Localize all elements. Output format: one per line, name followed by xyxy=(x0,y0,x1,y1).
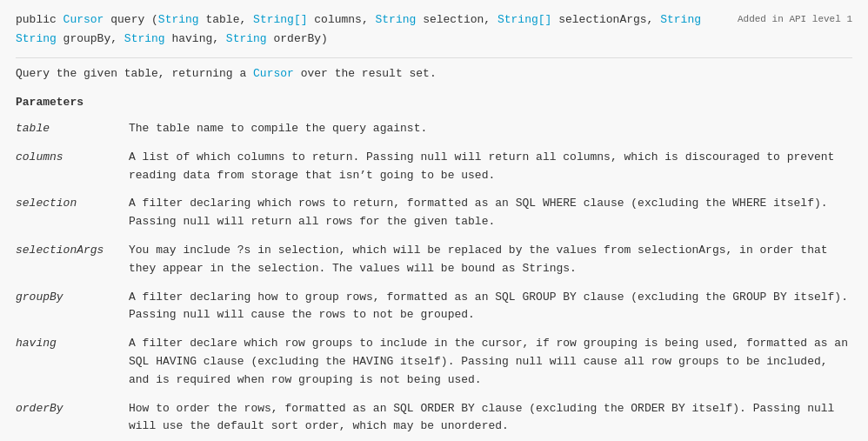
param1-name: table, xyxy=(199,13,253,26)
param3-type: String xyxy=(376,13,417,26)
param-name: selection xyxy=(16,192,129,234)
param-name: table xyxy=(16,117,129,141)
page-container: public Cursor query (String table, Strin… xyxy=(0,0,868,441)
table-row: orderByHow to order the rows, formatted … xyxy=(16,398,852,439)
parameters-section: Parameters tableThe table name to compil… xyxy=(16,96,852,438)
table-row: tableThe table name to compile the query… xyxy=(16,117,852,141)
method-signature: public Cursor query (String table, Strin… xyxy=(16,10,852,49)
param8-name: orderBy) xyxy=(267,32,328,45)
param-description: How to order the rows, formatted as an S… xyxy=(129,398,852,439)
method-description: Query the given table, returning a Curso… xyxy=(16,65,852,84)
param-description: You may include ?s in selection, which w… xyxy=(129,239,852,281)
param-description: A list of which columns to return. Passi… xyxy=(129,146,852,188)
keyword-public: public xyxy=(16,13,63,26)
cursor-link[interactable]: Cursor xyxy=(253,67,294,80)
section-title: Parameters xyxy=(16,96,852,109)
param-name: groupBy xyxy=(16,286,129,328)
table-row: havingA filter declare which row groups … xyxy=(16,332,852,391)
param6-type: String xyxy=(16,32,57,45)
param7-type: String xyxy=(124,32,165,45)
param2-name: columns, xyxy=(308,13,376,26)
table-row: groupByA filter declaring how to group r… xyxy=(16,286,852,328)
param1-type: String xyxy=(158,13,199,26)
param-description: A filter declaring which rows to return,… xyxy=(129,192,852,234)
param-description: A filter declare which row groups to inc… xyxy=(129,332,852,391)
signature-line-2: String groupBy, String having, String or… xyxy=(16,30,852,49)
sig-query: query ( xyxy=(103,13,157,26)
param2-type: String[] xyxy=(253,13,307,26)
param7-name: having, xyxy=(165,32,226,45)
param5-type: String xyxy=(660,13,701,26)
table-row: selectionA filter declaring which rows t… xyxy=(16,192,852,234)
param4-type: String[] xyxy=(497,13,551,26)
param-name: having xyxy=(16,332,129,391)
params-table: tableThe table name to compile the query… xyxy=(16,117,852,438)
return-type: Cursor xyxy=(63,13,104,26)
param-name: columns xyxy=(16,146,129,188)
api-level-badge: Added in API level 1 xyxy=(738,12,852,28)
param-name: orderBy xyxy=(16,398,129,439)
table-row: selectionArgsYou may include ?s in selec… xyxy=(16,239,852,281)
signature-line-1: public Cursor query (String table, Strin… xyxy=(16,10,852,30)
param-name: selectionArgs xyxy=(16,239,129,281)
param-description: The table name to compile the query agai… xyxy=(129,117,852,141)
param-description: A filter declaring how to group rows, fo… xyxy=(129,286,852,328)
param8-type: String xyxy=(226,32,267,45)
table-row: columnsA list of which columns to return… xyxy=(16,146,852,188)
param3-name: selection, xyxy=(416,13,497,26)
param4-name: selectionArgs, xyxy=(551,13,660,26)
divider-top xyxy=(16,57,852,58)
param6-name: groupBy, xyxy=(57,32,124,45)
